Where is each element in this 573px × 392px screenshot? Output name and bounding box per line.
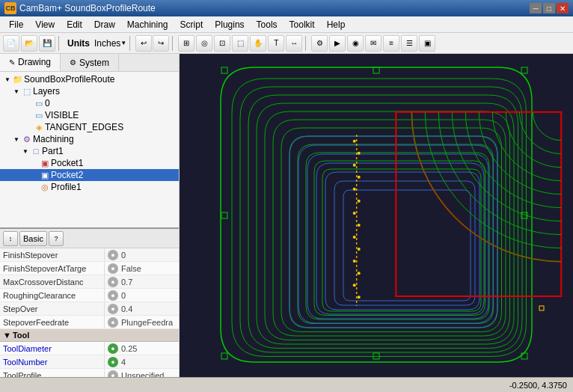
finishstepoverat-icon: ● (108, 263, 118, 274)
tangent-expand-icon: ▶ (24, 123, 33, 132)
props-sort-button[interactable]: ↕ (3, 231, 18, 246)
part1-expand-icon[interactable]: ▼ (21, 147, 30, 156)
menu-bar: File View Edit Draw Machining Script Plu… (0, 16, 573, 33)
finishstepover-icon: ● (108, 250, 118, 260)
tab-drawing[interactable]: ✎ Drawing (0, 54, 61, 71)
props-val-tooldiameter[interactable]: ● 0.25 (105, 342, 179, 355)
layers-expand-icon[interactable]: ▼ (12, 87, 21, 96)
menu-toolkit[interactable]: Toolkit (284, 18, 321, 31)
roughingclearance-icon: ● (108, 290, 118, 301)
props-row-stepover: StepOver ● 0.4 (0, 302, 179, 316)
props-table: FinishStepover ● 0 FinishStepoverAtTarge… (0, 248, 179, 377)
tangent-icon: ◈ (33, 122, 45, 132)
tree-root[interactable]: ▼ 📁 SoundBoxProfileRoute (0, 73, 179, 85)
drawing-tab-icon: ✎ (9, 58, 15, 67)
maxcrossover-value: 0.7 (121, 278, 132, 287)
tree-layer-0[interactable]: ▶ ▭ 0 (0, 97, 179, 109)
finishstepoverat-value: False (121, 264, 141, 273)
props-val-stepover[interactable]: ● 0.4 (105, 302, 179, 315)
tree-pocket1[interactable]: ▶ ▣ Pocket1 (0, 157, 179, 169)
post-button[interactable]: ✉ (365, 35, 382, 52)
props-val-finishstepover[interactable]: ● 0 (105, 248, 179, 261)
tree-pocket2[interactable]: ▶ ▣ Pocket2 (0, 169, 179, 181)
profile1-expand-icon: ▶ (30, 183, 39, 192)
tree-layer-visible[interactable]: ▶ ▭ VISIBLE (0, 109, 179, 121)
props-key-maxcrossover: MaxCrossoverDistanc (0, 275, 105, 288)
tree-part1-label: Part1 (42, 146, 64, 156)
redo-button[interactable]: ↪ (153, 35, 169, 52)
text-button[interactable]: T (268, 35, 284, 52)
menu-view[interactable]: View (29, 18, 61, 31)
tree-machining[interactable]: ▼ ⚙ Machining (0, 133, 179, 145)
menu-script[interactable]: Script (174, 18, 209, 31)
units-value: Inches (94, 38, 120, 49)
stepover-value: 0.4 (121, 304, 132, 313)
menu-draw[interactable]: Draw (88, 18, 121, 31)
toolbar-separator-4 (305, 36, 308, 51)
props-row-stepoverfeedrate: StepoverFeedrate ● PlungeFeedra (0, 316, 179, 329)
run-button[interactable]: ▶ (329, 35, 346, 52)
tool-section-expand-icon[interactable]: ▼ (3, 331, 11, 340)
save-button[interactable]: 💾 (39, 35, 55, 52)
menu-machining[interactable]: Machining (121, 18, 174, 31)
tree-layer-tangent[interactable]: ▶ ◈ TANGENT_EDGES (0, 121, 179, 133)
select-button[interactable]: ▣ (419, 35, 435, 52)
tree-profile1[interactable]: ▶ ◎ Profile1 (0, 181, 179, 193)
roughingclearance-value: 0 (121, 291, 126, 300)
undo-button[interactable]: ↩ (135, 35, 152, 52)
props-row-maxcrossover: MaxCrossoverDistanc ● 0.7 (0, 275, 179, 289)
machining-expand-icon[interactable]: ▼ (12, 135, 21, 144)
props-val-toolnumber[interactable]: ● 4 (105, 355, 179, 368)
props-basic-button[interactable]: Basic (19, 231, 47, 246)
toolnumber-value: 4 (121, 358, 126, 367)
tree-layers-label: Layers (33, 86, 60, 97)
props-val-finishstepoverat[interactable]: ● False (105, 262, 179, 275)
open-button[interactable]: 📂 (21, 35, 37, 52)
tree-part1[interactable]: ▼ □ Part1 (0, 145, 179, 157)
canvas-area[interactable] (180, 54, 573, 377)
props-key-roughingclearance: RoughingClearance (0, 289, 105, 301)
menu-help[interactable]: Help (321, 18, 352, 31)
props-help-button[interactable]: ? (49, 231, 64, 246)
toolbar: 📄 📂 💾 Units Inches ▼ ↩ ↪ ⊞ ◎ ⊡ ⬚ ✋ T ↔ ⚙… (0, 33, 573, 54)
maximize-button[interactable]: □ (543, 3, 555, 13)
tool-section-label: Tool (13, 331, 29, 340)
props-key-stepover: StepOver (0, 302, 105, 315)
snap-button[interactable]: ◎ (196, 35, 212, 52)
props-key-toolnumber[interactable]: ToolNumber (0, 355, 105, 368)
tree-machining-label: Machining (33, 134, 74, 144)
units-dropdown[interactable]: Inches ▼ (94, 38, 126, 49)
layer0-icon: ▭ (33, 98, 45, 108)
menu-tools[interactable]: Tools (251, 18, 284, 31)
props-val-toolprofile[interactable]: ● Unspecified (105, 369, 179, 377)
grid-button[interactable]: ⊞ (178, 35, 194, 52)
zoom-window-button[interactable]: ⬚ (232, 35, 248, 52)
props-key-tooldiameter[interactable]: ToolDiameter (0, 342, 105, 355)
pan-button[interactable]: ✋ (250, 35, 266, 52)
tree-layer-visible-label: VISIBLE (45, 110, 79, 120)
tab-system[interactable]: ⚙ System (61, 54, 119, 71)
zoom-fit-button[interactable]: ⊡ (214, 35, 230, 52)
cam-button[interactable]: ⚙ (311, 35, 328, 52)
menu-file[interactable]: File (3, 18, 29, 31)
props-row-toolprofile: ToolProfile ● Unspecified (0, 369, 179, 377)
tab-bar: ✎ Drawing ⚙ System (0, 54, 179, 72)
prop-button[interactable]: ☰ (401, 35, 417, 52)
sim-button[interactable]: ◉ (347, 35, 364, 52)
props-val-roughingclearance[interactable]: ● 0 (105, 289, 179, 301)
new-button[interactable]: 📄 (3, 35, 19, 52)
minimize-button[interactable]: ─ (530, 3, 542, 13)
props-val-stepoverfeedrate[interactable]: ● PlungeFeedra (105, 316, 179, 328)
tree-layers[interactable]: ▼ ⬚ Layers (0, 85, 179, 97)
menu-edit[interactable]: Edit (61, 18, 88, 31)
units-arrow-icon: ▼ (120, 40, 126, 46)
props-key-toolprofile: ToolProfile (0, 369, 105, 377)
status-bar: -0.2500, 4.3750 (0, 377, 573, 392)
layer-button[interactable]: ≡ (383, 35, 399, 52)
dim-button[interactable]: ↔ (286, 35, 302, 52)
close-button[interactable]: ✕ (557, 3, 569, 13)
props-val-maxcrossover[interactable]: ● 0.7 (105, 275, 179, 288)
menu-plugins[interactable]: Plugins (209, 18, 250, 31)
root-expand-icon[interactable]: ▼ (3, 75, 12, 84)
machining-canvas[interactable] (180, 54, 573, 377)
